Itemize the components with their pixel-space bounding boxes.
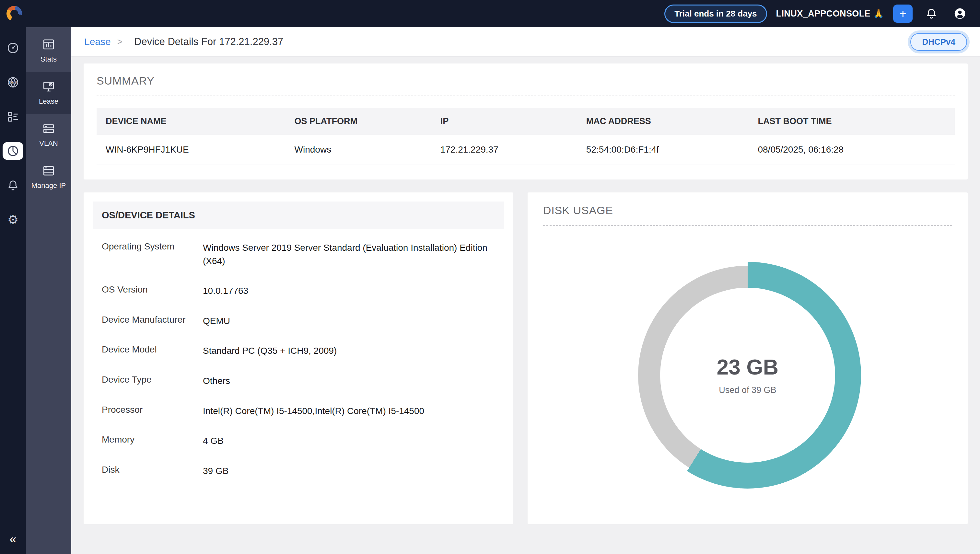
breadcrumb-lease-link[interactable]: Lease xyxy=(84,36,111,47)
donut-center: 23 GB Used of 39 GB xyxy=(660,288,835,463)
detail-value: Standard PC (Q35 + ICH9, 2009) xyxy=(203,344,495,358)
stats-icon xyxy=(42,38,56,51)
disk-usage-donut-chart: 23 GB Used of 39 GB xyxy=(634,262,861,489)
summary-table: DEVICE NAME OS PLATFORM IP MAC ADDRESS L… xyxy=(97,108,955,165)
detail-value: Windows Server 2019 Server Standard (Eva… xyxy=(203,241,495,267)
alarm-bell-icon[interactable] xyxy=(3,176,23,194)
cell-mac-address: 52:54:00:D6:F1:4f xyxy=(577,135,749,165)
sidebar-item-lease[interactable]: Lease xyxy=(26,72,71,114)
app-shell: DNS ⚙ « St xyxy=(0,27,980,554)
cell-last-boot-time: 08/05/2025, 06:16:28 xyxy=(749,135,955,165)
detail-label: Disk xyxy=(102,465,200,478)
detail-value: QEMU xyxy=(203,315,495,328)
detail-row-device-manufacturer: Device Manufacturer QEMU xyxy=(94,306,503,336)
summary-card: SUMMARY DEVICE NAME OS PLATFORM IP MAC A… xyxy=(84,64,968,180)
sidebar-item-stats[interactable]: Stats xyxy=(26,30,71,72)
detail-value: 39 GB xyxy=(203,465,495,478)
main-area: Lease > Device Details For 172.21.229.37… xyxy=(71,27,980,554)
disk-usage-card: DISK USAGE 23 GB Used of 39 GB xyxy=(527,193,968,524)
detail-value: 4 GB xyxy=(203,435,495,448)
manage-ip-icon xyxy=(42,164,56,178)
disk-usage-heading: DISK USAGE xyxy=(543,204,952,217)
sidebar-item-label: Stats xyxy=(40,55,57,64)
dhcp-version-badge[interactable]: DHCPv4 xyxy=(910,33,967,51)
sidebar-item-label: Manage IP xyxy=(32,181,66,190)
icon-rail: DNS ⚙ « xyxy=(0,27,26,554)
sidebar-item-manage-ip[interactable]: Manage IP xyxy=(26,156,71,198)
summary-header-row: DEVICE NAME OS PLATFORM IP MAC ADDRESS L… xyxy=(97,108,955,135)
app-logo-icon[interactable] xyxy=(6,6,22,21)
vlan-icon xyxy=(42,122,56,135)
collapse-sidebar-button[interactable]: « xyxy=(0,532,26,546)
dashboard-icon[interactable] xyxy=(3,39,23,57)
col-last-boot-time: LAST BOOT TIME xyxy=(749,108,955,135)
account-name: LINUX_APPCONSOLE 🙏 xyxy=(776,8,884,19)
detail-row-device-type: Device Type Others xyxy=(94,366,503,396)
cell-os-platform: Windows xyxy=(285,135,431,165)
cell-device-name: WIN-6KP9HFJ1KUE xyxy=(97,135,285,165)
detail-row-device-model: Device Model Standard PC (Q35 + ICH9, 20… xyxy=(94,336,503,366)
user-avatar-icon[interactable] xyxy=(950,4,970,23)
sidebar-item-label: VLAN xyxy=(39,139,58,148)
summary-data-row: WIN-6KP9HFJ1KUE Windows 172.21.229.37 52… xyxy=(97,135,955,165)
detail-value: Others xyxy=(203,374,495,388)
col-mac-address: MAC ADDRESS xyxy=(577,108,749,135)
disk-usage-chart-area: 23 GB Used of 39 GB xyxy=(543,237,952,513)
settings-gear-icon[interactable]: ⚙ xyxy=(3,210,23,229)
detail-label: Memory xyxy=(102,435,200,448)
notifications-bell-icon[interactable] xyxy=(922,4,941,23)
col-os-platform: OS PLATFORM xyxy=(285,108,431,135)
breadcrumb-separator: > xyxy=(117,37,123,47)
detail-label: Operating System xyxy=(102,241,200,267)
col-device-name: DEVICE NAME xyxy=(97,108,285,135)
summary-heading: SUMMARY xyxy=(97,75,955,87)
col-ip: IP xyxy=(431,108,577,135)
disk-used-caption: Used of 39 GB xyxy=(719,385,776,395)
inventory-icon[interactable] xyxy=(3,108,23,126)
dns-icon[interactable]: DNS xyxy=(3,73,23,91)
detail-value: 10.0.17763 xyxy=(203,285,495,298)
detail-row-processor: Processor Intel(R) Core(TM) I5-14500,Int… xyxy=(94,396,503,427)
detail-label: Processor xyxy=(102,404,200,418)
detail-label: OS Version xyxy=(102,285,200,298)
detail-columns: OS/DEVICE DETAILS Operating System Windo… xyxy=(84,193,968,524)
device-details-rows: Operating System Windows Server 2019 Ser… xyxy=(93,229,504,486)
detail-label: Device Type xyxy=(102,374,200,388)
sidebar-item-vlan[interactable]: VLAN xyxy=(26,114,71,156)
device-details-card: OS/DEVICE DETAILS Operating System Windo… xyxy=(84,193,513,524)
trial-badge[interactable]: Trial ends in 28 days xyxy=(664,5,767,23)
page-title: Device Details For 172.21.229.37 xyxy=(134,36,283,48)
sidebar: Stats Lease VLAN Manage IP xyxy=(26,27,71,554)
detail-row-memory: Memory 4 GB xyxy=(94,426,503,456)
detail-value: Intel(R) Core(TM) I5-14500,Intel(R) Core… xyxy=(203,404,495,418)
topbar: Trial ends in 28 days LINUX_APPCONSOLE 🙏… xyxy=(0,0,980,27)
device-details-heading: OS/DEVICE DETAILS xyxy=(93,202,504,229)
sidebar-item-label: Lease xyxy=(39,97,58,106)
topbar-right: Trial ends in 28 days LINUX_APPCONSOLE 🙏… xyxy=(664,4,970,23)
disk-used-value: 23 GB xyxy=(717,355,779,379)
dashed-divider xyxy=(97,96,955,96)
lease-icon xyxy=(42,80,56,93)
add-button[interactable]: + xyxy=(893,5,913,23)
detail-row-os-version: OS Version 10.0.17763 xyxy=(94,276,503,306)
svg-text:DNS: DNS xyxy=(10,80,17,84)
ipam-pie-chart-icon[interactable] xyxy=(3,142,23,160)
cell-ip: 172.21.229.37 xyxy=(431,135,577,165)
content: SUMMARY DEVICE NAME OS PLATFORM IP MAC A… xyxy=(71,57,980,554)
dashed-divider xyxy=(543,225,952,226)
detail-row-operating-system: Operating System Windows Server 2019 Ser… xyxy=(94,233,503,276)
detail-label: Device Manufacturer xyxy=(102,315,200,328)
detail-row-disk: Disk 39 GB xyxy=(94,456,503,486)
detail-label: Device Model xyxy=(102,344,200,358)
breadcrumb: Lease > Device Details For 172.21.229.37… xyxy=(71,27,980,57)
